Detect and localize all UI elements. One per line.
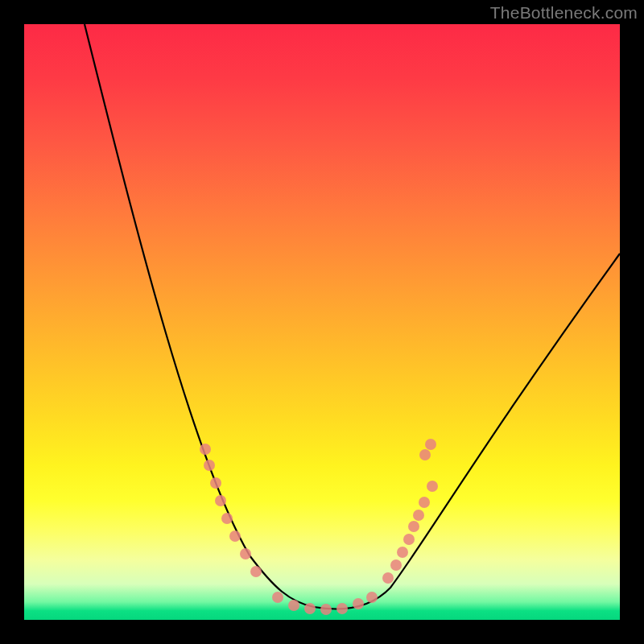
marker-dot xyxy=(288,600,299,611)
marker-dot xyxy=(210,477,221,489)
marker-dot xyxy=(419,497,430,508)
marker-dot xyxy=(221,513,233,524)
watermark-text: TheBottleneck.com xyxy=(490,3,638,23)
marker-dot xyxy=(250,566,262,577)
chart-frame: TheBottleneck.com xyxy=(0,0,644,644)
marker-dot xyxy=(304,603,316,614)
curve-svg xyxy=(24,24,620,620)
marker-dot xyxy=(403,534,415,545)
marker-dot xyxy=(320,604,332,615)
marker-dot xyxy=(353,598,364,609)
marker-dot xyxy=(382,572,394,584)
marker-dot xyxy=(427,481,438,492)
marker-dot xyxy=(336,603,348,614)
marker-dot xyxy=(397,547,408,558)
marker-dot xyxy=(413,510,424,521)
marker-dot xyxy=(240,548,251,559)
plot-area xyxy=(24,24,620,620)
marker-dot xyxy=(390,559,402,571)
marker-dot xyxy=(425,439,436,450)
marker-dot xyxy=(204,460,215,471)
marker-dot xyxy=(272,592,283,603)
marker-dot xyxy=(200,444,211,455)
marker-dot xyxy=(229,530,241,542)
marker-dot xyxy=(366,592,378,603)
marker-dot xyxy=(419,449,431,460)
bottleneck-curve xyxy=(85,24,620,609)
marker-dot xyxy=(215,495,226,506)
marker-dot xyxy=(408,521,419,532)
